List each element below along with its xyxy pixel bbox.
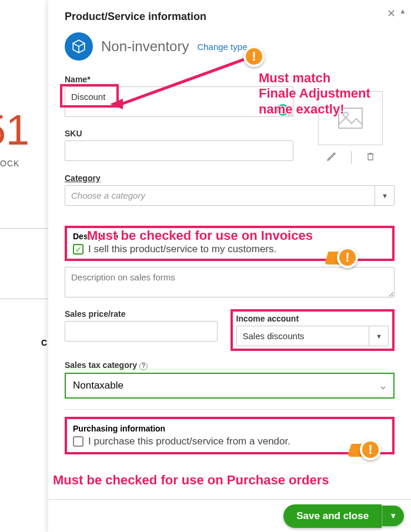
divider: [65, 409, 395, 410]
category-value: Choose a category: [65, 185, 395, 206]
purchase-checkbox-label: I purchase this product/service from a v…: [88, 436, 290, 447]
bg-c-text: C: [41, 338, 47, 347]
description-label: Description: [73, 232, 386, 241]
sku-input[interactable]: [65, 140, 293, 161]
trash-icon[interactable]: [366, 151, 375, 164]
purchase-checkbox[interactable]: ✓: [73, 436, 83, 447]
name-label: Name: [65, 75, 293, 84]
sales-price-input[interactable]: [65, 321, 218, 342]
bg-number: 51: [0, 106, 29, 154]
scroll-up-icon[interactable]: ▲: [399, 7, 406, 15]
bg-divider: [0, 228, 48, 229]
category-label: Category: [65, 173, 395, 183]
close-icon[interactable]: ✕: [387, 7, 396, 20]
divider: [351, 151, 352, 164]
sell-checkbox[interactable]: ✓: [73, 244, 83, 255]
sku-label: SKU: [65, 129, 293, 138]
panel-footer: Save and close ▼: [48, 499, 411, 532]
bg-divider-2: [0, 299, 48, 299]
category-select[interactable]: Choose a category ▼: [65, 185, 395, 206]
bg-stock-text: OCK: [0, 159, 19, 168]
sales-tax-value: Nontaxable: [73, 380, 123, 391]
item-type-label: Non-inventory: [101, 38, 189, 55]
name-input[interactable]: Discount: [65, 86, 293, 117]
background-obscured: 51 OCK C: [0, 0, 48, 532]
grammarly-icon[interactable]: [277, 104, 289, 116]
sales-price-label: Sales price/rate: [65, 309, 218, 319]
product-service-panel: ✕ ▲ Product/Service information Non-inve…: [48, 0, 411, 532]
help-icon[interactable]: ?: [139, 362, 148, 370]
sales-tax-select[interactable]: Nontaxable ⌄: [65, 373, 395, 399]
description-section-highlight: Description ✓ I sell this product/servic…: [65, 226, 395, 261]
save-and-close-button[interactable]: Save and close: [283, 504, 382, 528]
pencil-icon[interactable]: [326, 151, 337, 164]
sales-tax-label: Sales tax category?: [65, 360, 395, 370]
item-type-row: Non-inventory Change type: [65, 32, 395, 61]
income-account-label: Income account: [236, 314, 389, 323]
income-account-value: Sales discounts: [236, 326, 389, 346]
save-dropdown-button[interactable]: ▼: [382, 506, 404, 526]
package-icon: [65, 32, 93, 61]
svg-point-1: [343, 112, 348, 117]
income-account-highlight: Income account Sales discounts ▼: [230, 309, 395, 351]
sell-checkbox-label: I sell this product/service to my custom…: [88, 243, 276, 255]
image-placeholder[interactable]: [318, 91, 383, 145]
chevron-down-icon: ▼: [369, 326, 389, 346]
sales-description-input[interactable]: [65, 267, 395, 297]
purchasing-section-highlight: Purchasing information ✓ I purchase this…: [65, 417, 395, 454]
change-type-link[interactable]: Change type: [197, 42, 247, 52]
chevron-down-icon: ⌄: [379, 379, 387, 392]
chevron-down-icon: ▼: [375, 185, 395, 206]
purchasing-label: Purchasing information: [73, 424, 386, 433]
panel-title: Product/Service information: [65, 11, 395, 23]
income-account-select[interactable]: Sales discounts ▼: [236, 326, 389, 346]
svg-rect-0: [339, 108, 362, 128]
